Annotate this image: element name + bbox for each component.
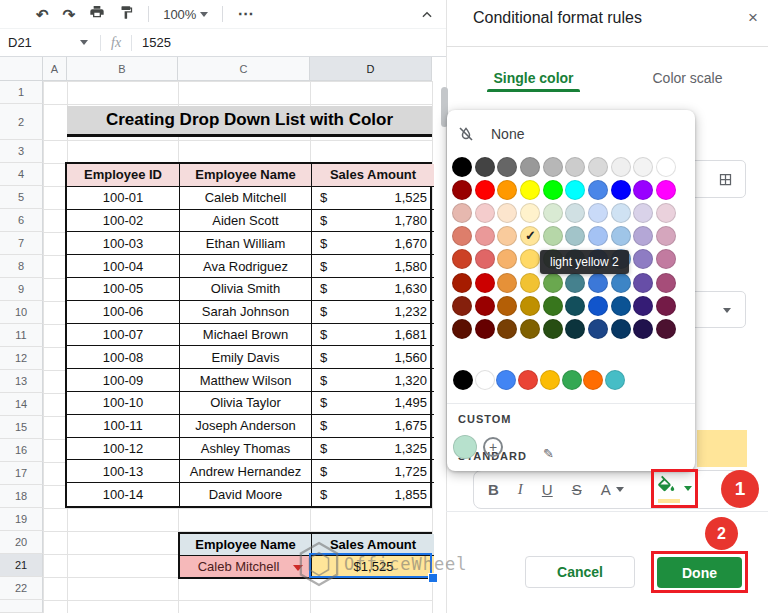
palette-color[interactable] <box>565 296 585 316</box>
cancel-button[interactable]: Cancel <box>525 556 635 588</box>
done-button[interactable]: Done <box>657 557 742 588</box>
palette-color[interactable] <box>656 273 676 293</box>
row-header-11[interactable]: 11 <box>0 324 43 347</box>
cell-sales-amount[interactable]: $1,630 <box>312 278 434 301</box>
palette-color[interactable] <box>452 273 472 293</box>
cell-sales-amount[interactable]: $1,560 <box>312 346 434 369</box>
cell-sales-amount[interactable]: $1,670 <box>312 232 434 255</box>
palette-color[interactable] <box>633 157 653 177</box>
palette-color[interactable] <box>633 249 653 269</box>
palette-color[interactable] <box>633 203 653 223</box>
no-color-option[interactable]: None <box>457 125 524 143</box>
standard-color[interactable] <box>605 370 625 390</box>
palette-color[interactable] <box>497 296 517 316</box>
palette-color[interactable] <box>633 319 653 339</box>
palette-color[interactable] <box>656 180 676 200</box>
palette-color[interactable] <box>543 319 563 339</box>
dropdown-cell-employee[interactable]: Caleb Mitchell <box>180 556 312 578</box>
cell-employee-id[interactable]: 100-11 <box>67 415 180 438</box>
cell-sales-amount[interactable]: $1,855 <box>312 483 434 506</box>
cell-employee-name[interactable]: Emily Davis <box>180 346 312 369</box>
cell-employee-id[interactable]: 100-05 <box>67 278 180 301</box>
cell-employee-name[interactable]: Ashley Thomas <box>180 438 312 461</box>
underline-button[interactable]: U <box>542 482 553 497</box>
row-header-3[interactable]: 3 <box>0 140 43 163</box>
palette-color[interactable] <box>543 157 563 177</box>
palette-color[interactable] <box>611 180 631 200</box>
palette-color[interactable] <box>588 319 608 339</box>
palette-color[interactable] <box>588 226 608 246</box>
row-header-12[interactable]: 12 <box>0 347 43 370</box>
palette-color[interactable] <box>633 273 653 293</box>
palette-color[interactable] <box>452 319 472 339</box>
close-icon[interactable]: × <box>748 8 758 28</box>
row-header-16[interactable]: 16 <box>0 439 43 462</box>
cell-employee-id[interactable]: 100-09 <box>67 369 180 392</box>
standard-color[interactable] <box>453 370 473 390</box>
palette-color[interactable] <box>452 226 472 246</box>
row-header-9[interactable]: 9 <box>0 278 43 301</box>
palette-color[interactable] <box>520 296 540 316</box>
cell-sales-amount[interactable]: $1,495 <box>312 392 434 415</box>
cell-employee-id[interactable]: 100-13 <box>67 460 180 483</box>
palette-color[interactable] <box>475 249 495 269</box>
row-header-6[interactable]: 6 <box>0 209 43 232</box>
fill-color-button[interactable] <box>655 474 695 504</box>
palette-color[interactable] <box>656 157 676 177</box>
palette-color[interactable] <box>656 249 676 269</box>
palette-color[interactable] <box>497 180 517 200</box>
strikethrough-button[interactable]: S <box>572 482 582 497</box>
palette-color[interactable] <box>543 226 563 246</box>
palette-color[interactable] <box>497 226 517 246</box>
palette-color[interactable] <box>497 157 517 177</box>
employee-table-header[interactable]: Employee Name <box>180 164 312 187</box>
row-header-2[interactable]: 2 <box>0 104 43 140</box>
row-header-10[interactable]: 10 <box>0 301 43 324</box>
column-header-b[interactable]: B <box>67 57 178 81</box>
palette-color[interactable] <box>633 296 653 316</box>
employee-table-header[interactable]: Sales Amount <box>312 164 434 187</box>
palette-color[interactable] <box>565 319 585 339</box>
formula-input[interactable]: 1525 <box>142 35 171 50</box>
palette-color[interactable] <box>475 180 495 200</box>
palette-color[interactable] <box>520 180 540 200</box>
cell-employee-id[interactable]: 100-14 <box>67 483 180 506</box>
cell-employee-id[interactable]: 100-06 <box>67 301 180 324</box>
cell-employee-id[interactable]: 100-07 <box>67 324 180 347</box>
palette-color[interactable] <box>520 203 540 223</box>
tab-color-scale[interactable]: Color scale <box>640 66 735 90</box>
cell-sales-amount[interactable]: $1,325 <box>312 438 434 461</box>
cell-employee-name[interactable]: Sarah Johnson <box>180 301 312 324</box>
palette-color[interactable] <box>475 273 495 293</box>
tab-single-color[interactable]: Single color <box>487 66 580 90</box>
palette-color[interactable] <box>611 226 631 246</box>
palette-color[interactable] <box>588 203 608 223</box>
standard-color[interactable] <box>475 370 495 390</box>
palette-color[interactable] <box>656 319 676 339</box>
cell-employee-name[interactable]: Aiden Scott <box>180 210 312 233</box>
row-header-4[interactable]: 4 <box>0 163 43 186</box>
row-header-8[interactable]: 8 <box>0 255 43 278</box>
row-header-19[interactable]: 19 <box>0 508 43 531</box>
employee-table-header[interactable]: Employee ID <box>67 164 180 187</box>
palette-color[interactable] <box>633 180 653 200</box>
cell-employee-id[interactable]: 100-12 <box>67 438 180 461</box>
palette-color[interactable] <box>543 180 563 200</box>
palette-color[interactable] <box>565 157 585 177</box>
palette-color[interactable] <box>497 319 517 339</box>
dropdown-arrow-icon[interactable] <box>293 565 303 571</box>
row-header-13[interactable]: 13 <box>0 370 43 393</box>
column-header-a[interactable]: A <box>43 57 67 81</box>
row-header-15[interactable]: 15 <box>0 416 43 439</box>
palette-color[interactable] <box>452 180 472 200</box>
select-range-icon[interactable] <box>718 172 733 191</box>
italic-button[interactable]: I <box>518 482 523 497</box>
standard-color[interactable] <box>518 370 538 390</box>
cell-employee-name[interactable]: Ethan William <box>180 232 312 255</box>
cell-employee-name[interactable]: Olivia Taylor <box>180 392 312 415</box>
palette-color[interactable] <box>611 157 631 177</box>
palette-color[interactable] <box>588 273 608 293</box>
edit-pencil-icon[interactable]: ✎ <box>543 446 554 461</box>
palette-color[interactable] <box>520 226 540 246</box>
palette-color[interactable] <box>497 249 517 269</box>
